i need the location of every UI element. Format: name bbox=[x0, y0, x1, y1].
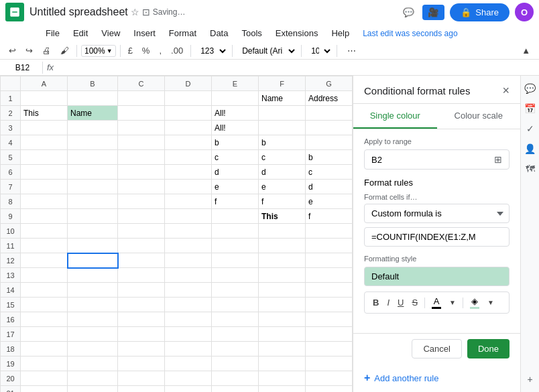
table-cell[interactable] bbox=[165, 106, 212, 121]
table-cell[interactable] bbox=[118, 268, 165, 283]
side-add-icon[interactable]: + bbox=[523, 372, 538, 387]
user-avatar[interactable]: O bbox=[515, 3, 534, 21]
spreadsheet-title[interactable]: Untitled spreadsheet bbox=[29, 6, 128, 18]
col-header-F[interactable]: F bbox=[259, 76, 306, 91]
cell-reference[interactable]: B12 bbox=[3, 62, 43, 74]
col-header-C[interactable]: C bbox=[118, 76, 165, 91]
table-cell[interactable] bbox=[165, 386, 212, 393]
table-cell[interactable] bbox=[165, 150, 212, 165]
row-header-4[interactable]: 4 bbox=[1, 135, 21, 150]
table-cell[interactable] bbox=[259, 121, 306, 135]
table-cell[interactable] bbox=[21, 298, 68, 312]
table-cell[interactable] bbox=[306, 356, 353, 371]
table-cell[interactable]: d bbox=[306, 180, 353, 194]
table-cell[interactable] bbox=[68, 386, 118, 393]
table-cell[interactable] bbox=[21, 327, 68, 342]
col-header-D[interactable]: D bbox=[165, 76, 212, 91]
tab-colour-scale[interactable]: Colour scale bbox=[437, 104, 521, 129]
table-cell[interactable] bbox=[306, 268, 353, 283]
currency-button[interactable]: £ bbox=[125, 44, 136, 58]
comma-button[interactable]: , bbox=[156, 44, 165, 58]
add-rule-row[interactable]: + Add another rule bbox=[353, 367, 520, 392]
table-cell[interactable] bbox=[118, 327, 165, 342]
table-cell[interactable] bbox=[68, 135, 118, 150]
collapse-toolbar-button[interactable]: ▲ bbox=[518, 44, 534, 58]
table-cell[interactable] bbox=[306, 239, 353, 253]
table-cell[interactable] bbox=[118, 224, 165, 239]
menu-tools[interactable]: Tools bbox=[236, 25, 267, 41]
row-header-21[interactable]: 21 bbox=[1, 386, 21, 393]
table-cell[interactable] bbox=[165, 165, 212, 180]
table-cell[interactable] bbox=[165, 209, 212, 224]
table-cell[interactable]: Name bbox=[259, 91, 306, 106]
table-cell[interactable] bbox=[68, 209, 118, 224]
table-cell[interactable] bbox=[21, 135, 68, 150]
table-cell[interactable] bbox=[259, 371, 306, 386]
row-header-7[interactable]: 7 bbox=[1, 180, 21, 194]
table-cell[interactable] bbox=[165, 121, 212, 135]
table-cell[interactable] bbox=[118, 342, 165, 356]
col-header-G[interactable]: G bbox=[306, 76, 353, 91]
table-cell[interactable] bbox=[212, 386, 259, 393]
menu-help[interactable]: Help bbox=[326, 25, 355, 41]
col-header-B[interactable]: B bbox=[68, 76, 118, 91]
table-cell[interactable] bbox=[68, 224, 118, 239]
print-button[interactable]: 🖨 bbox=[39, 44, 54, 58]
table-cell[interactable]: This bbox=[259, 209, 306, 224]
table-cell[interactable] bbox=[306, 371, 353, 386]
table-cell[interactable] bbox=[21, 209, 68, 224]
table-cell[interactable] bbox=[21, 253, 68, 268]
range-value[interactable]: B2 bbox=[371, 155, 494, 165]
table-cell[interactable] bbox=[68, 91, 118, 106]
table-cell[interactable] bbox=[68, 312, 118, 327]
table-cell[interactable] bbox=[306, 253, 353, 268]
table-cell[interactable]: e bbox=[259, 180, 306, 194]
font-select[interactable]: Default (Ari… bbox=[237, 44, 297, 58]
table-cell[interactable] bbox=[259, 312, 306, 327]
table-cell[interactable]: c bbox=[306, 165, 353, 180]
side-chat-icon[interactable]: 💬 bbox=[523, 81, 538, 96]
table-cell[interactable] bbox=[21, 194, 68, 209]
table-cell[interactable] bbox=[259, 268, 306, 283]
table-cell[interactable] bbox=[68, 268, 118, 283]
table-cell[interactable] bbox=[212, 239, 259, 253]
table-cell[interactable] bbox=[212, 268, 259, 283]
row-header-5[interactable]: 5 bbox=[1, 150, 21, 165]
table-cell[interactable] bbox=[306, 312, 353, 327]
table-cell[interactable] bbox=[259, 239, 306, 253]
comments-button[interactable]: 💬 bbox=[400, 5, 417, 20]
table-cell[interactable] bbox=[259, 327, 306, 342]
col-header-A[interactable]: A bbox=[21, 76, 68, 91]
row-header-16[interactable]: 16 bbox=[1, 312, 21, 327]
table-cell[interactable] bbox=[21, 371, 68, 386]
row-header-20[interactable]: 20 bbox=[1, 371, 21, 386]
table-cell[interactable] bbox=[212, 283, 259, 298]
tab-single-colour[interactable]: Single colour bbox=[353, 104, 437, 129]
row-header-10[interactable]: 10 bbox=[1, 224, 21, 239]
menu-format[interactable]: Format bbox=[164, 25, 202, 41]
menu-view[interactable]: View bbox=[96, 25, 125, 41]
table-cell[interactable] bbox=[118, 121, 165, 135]
done-button[interactable]: Done bbox=[467, 339, 510, 358]
menu-data[interactable]: Data bbox=[204, 25, 233, 41]
table-cell[interactable]: All! bbox=[212, 121, 259, 135]
table-cell[interactable] bbox=[118, 298, 165, 312]
table-cell[interactable] bbox=[68, 371, 118, 386]
table-cell[interactable] bbox=[118, 91, 165, 106]
table-cell[interactable] bbox=[212, 224, 259, 239]
table-cell[interactable] bbox=[212, 209, 259, 224]
table-cell[interactable] bbox=[306, 386, 353, 393]
row-header-6[interactable]: 6 bbox=[1, 165, 21, 180]
table-cell[interactable] bbox=[306, 135, 353, 150]
table-cell[interactable]: Name bbox=[68, 106, 118, 121]
strikethrough-button[interactable]: S bbox=[409, 296, 420, 309]
table-cell[interactable] bbox=[118, 253, 165, 268]
menu-edit[interactable]: Edit bbox=[68, 25, 93, 41]
undo-button[interactable]: ↩ bbox=[5, 44, 19, 58]
table-cell[interactable] bbox=[259, 283, 306, 298]
table-cell[interactable] bbox=[212, 253, 259, 268]
table-cell[interactable] bbox=[21, 224, 68, 239]
table-cell[interactable]: b bbox=[259, 135, 306, 150]
table-cell[interactable] bbox=[68, 180, 118, 194]
table-cell[interactable] bbox=[259, 342, 306, 356]
